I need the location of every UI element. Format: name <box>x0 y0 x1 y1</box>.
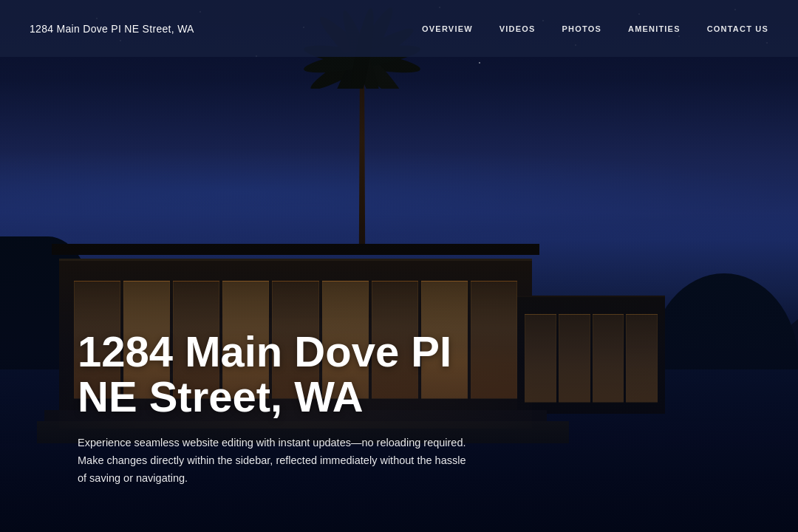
hero-content: 1284 Main Dove PI NE Street, WA Experien… <box>78 330 477 488</box>
hero-description: Experience seamless website editing with… <box>78 434 477 488</box>
navbar-brand: 1284 Main Dove PI NE Street, WA <box>30 23 194 35</box>
hero-section: 1284 Main Dove PI NE Street, WA Experien… <box>0 0 798 532</box>
navbar: 1284 Main Dove PI NE Street, WA OVERVIEW… <box>0 0 798 57</box>
nav-item-photos[interactable]: PHOTOS <box>562 24 601 33</box>
navbar-nav: OVERVIEW VIDEOS PHOTOS AMENITIES CONTACT… <box>422 24 768 33</box>
nav-item-overview[interactable]: OVERVIEW <box>422 24 473 33</box>
nav-item-videos[interactable]: VIDEOS <box>499 24 536 33</box>
nav-item-contact[interactable]: CONTACT US <box>707 24 768 33</box>
hero-title-line2: NE Street, WA <box>78 372 364 420</box>
nav-item-amenities[interactable]: AMENITIES <box>628 24 681 33</box>
hero-title: 1284 Main Dove PI NE Street, WA <box>78 330 477 420</box>
hero-title-line1: 1284 Main Dove PI <box>78 327 451 375</box>
